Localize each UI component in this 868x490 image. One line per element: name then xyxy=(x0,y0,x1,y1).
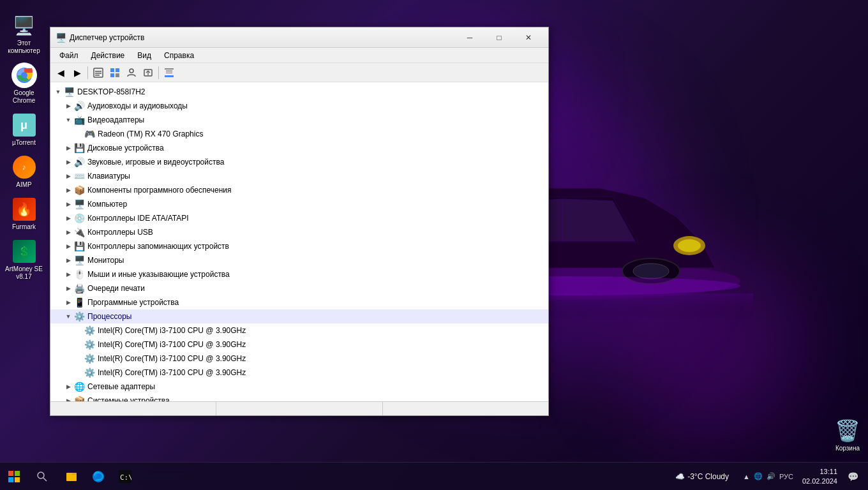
expand-storage[interactable]: ▶ xyxy=(63,241,73,251)
cpu4-label: Intel(R) Core(TM) i3-7100 CPU @ 3.90GHz xyxy=(98,368,246,377)
desktop-icon-aimp[interactable]: ♪ AIMP xyxy=(3,152,46,191)
expand-software[interactable]: ▶ xyxy=(63,185,73,195)
tray-lang[interactable]: РУС xyxy=(779,473,793,480)
tree-item-print[interactable]: ▶ 🖨️ Очереди печати xyxy=(50,281,548,295)
expand-usb[interactable]: ▶ xyxy=(63,227,73,237)
menu-action[interactable]: Действие xyxy=(85,50,131,61)
radeon-icon: 🎮 xyxy=(84,128,95,140)
cpu3-icon: ⚙️ xyxy=(84,353,95,364)
status-panel-3 xyxy=(383,402,548,415)
tree-item-computer[interactable]: ▶ 🖥️ Компьютер xyxy=(50,197,548,211)
tree-item-video[interactable]: ▼ 📺 Видеоадаптеры xyxy=(50,113,548,127)
taskbar-weather[interactable]: ☁️ -3°C Cloudy xyxy=(670,472,734,481)
expand-ide[interactable]: ▶ xyxy=(63,213,73,223)
tree-item-sysdev[interactable]: ▶ 📦 Системные устройства xyxy=(50,394,548,401)
desktop-icons-container: 🖥️ Этоткомпьютер Google Chrome xyxy=(0,0,48,288)
tree-item-monitors[interactable]: ▶ 🖥️ Мониторы xyxy=(50,253,548,267)
tree-item-storage[interactable]: ▶ 💾 Контроллеры запоминающих устройств xyxy=(50,239,548,253)
tray-arrow[interactable]: ▲ xyxy=(743,473,750,480)
minimize-button[interactable]: ─ xyxy=(455,27,484,48)
window-titlebar[interactable]: 🖥️ Диспетчер устройств ─ □ ✕ xyxy=(50,27,548,48)
taskbar-icon-cmd[interactable]: C:\ xyxy=(112,463,138,491)
expand-disk[interactable]: ▶ xyxy=(63,143,73,153)
menu-file[interactable]: Файл xyxy=(53,50,85,61)
desktop-icon-utorrent[interactable]: μ µTorrent xyxy=(3,110,46,149)
svg-rect-21 xyxy=(110,73,114,77)
toolbar-sep-2 xyxy=(158,66,159,79)
network-label: Сетевые адаптеры xyxy=(87,382,155,391)
toolbar-btn-1[interactable] xyxy=(91,65,106,80)
tree-item-software[interactable]: ▶ 📦 Компоненты программного обеспечения xyxy=(50,183,548,197)
tree-item-audio[interactable]: ▶ 🔊 Аудиовходы и аудиовыходы xyxy=(50,99,548,113)
tree-item-processors[interactable]: ▼ ⚙️ Процессоры xyxy=(50,309,548,323)
status-bar xyxy=(50,401,548,415)
taskbar-icon-edge[interactable] xyxy=(86,463,111,491)
expand-audio[interactable]: ▶ xyxy=(63,101,73,111)
start-button[interactable] xyxy=(0,463,28,491)
video-icon: 📺 xyxy=(73,114,85,126)
cpu2-icon: ⚙️ xyxy=(84,339,95,350)
expand-sound[interactable]: ▶ xyxy=(63,157,73,167)
desktop-icon-computer[interactable]: 🖥️ Этоткомпьютер xyxy=(3,10,46,57)
notification-button[interactable]: 💬 xyxy=(842,463,863,491)
tree-item-usb[interactable]: ▶ 🔌 Контроллеры USB xyxy=(50,225,548,239)
svg-text:C:\: C:\ xyxy=(120,473,131,482)
taskbar-right: ☁️ -3°C Cloudy ▲ 🌐 🔊 РУС 13:11 02.02.202… xyxy=(670,463,868,491)
tree-item-mice[interactable]: ▶ 🖱️ Мыши и иные указывающие устройства xyxy=(50,267,548,281)
expand-mice[interactable]: ▶ xyxy=(63,269,73,279)
tree-item-cpu4[interactable]: ⚙️ Intel(R) Core(TM) i3-7100 CPU @ 3.90G… xyxy=(50,366,548,380)
svg-rect-32 xyxy=(8,477,13,482)
tray-volume-icon[interactable]: 🔊 xyxy=(767,472,775,480)
tree-item-sound[interactable]: ▶ 🔊 Звуковые, игровые и видеоустройства xyxy=(50,155,548,169)
swdev-label: Программные устройства xyxy=(87,298,179,307)
tree-item-cpu1[interactable]: ⚙️ Intel(R) Core(TM) i3-7100 CPU @ 3.90G… xyxy=(50,323,548,338)
tree-item-keyboard[interactable]: ▶ ⌨️ Клавиатуры xyxy=(50,169,548,183)
desktop-icon-chrome[interactable]: Google Chrome xyxy=(3,60,46,107)
tree-item-radeon[interactable]: 🎮 Radeon (TM) RX 470 Graphics xyxy=(50,127,548,141)
toolbar-btn-4[interactable] xyxy=(140,65,156,80)
taskbar-clock[interactable]: 13:11 02.02.2024 xyxy=(802,467,837,486)
artmoney-icon: 💲 xyxy=(11,239,37,264)
taskbar-icon-files[interactable] xyxy=(59,463,84,491)
toolbar-btn-5[interactable] xyxy=(161,65,177,80)
menu-view[interactable]: Вид xyxy=(131,50,158,61)
expand-sysdev[interactable]: ▶ xyxy=(63,396,73,401)
close-button[interactable]: ✕ xyxy=(514,27,543,48)
audio-label: Аудиовходы и аудиовыходы xyxy=(87,101,188,110)
root-icon: 🖥️ xyxy=(63,86,75,98)
tree-item-network[interactable]: ▶ 🌐 Сетевые адаптеры xyxy=(50,380,548,394)
menu-help[interactable]: Справка xyxy=(158,50,200,61)
tree-item-disk[interactable]: ▶ 💾 Дисковые устройства xyxy=(50,141,548,155)
expand-print[interactable]: ▶ xyxy=(63,283,73,293)
svg-rect-27 xyxy=(166,70,172,71)
toolbar-btn-2[interactable] xyxy=(107,65,123,80)
tray-network-icon[interactable]: 🌐 xyxy=(754,472,763,480)
desktop-icon-artmoney[interactable]: 💲 ArtMoney SEv8.17 xyxy=(3,236,46,283)
tree-item-ide[interactable]: ▶ 💿 Контроллеры IDE ATA/ATAPI xyxy=(50,211,548,225)
network-icon: 🌐 xyxy=(73,381,85,392)
toolbar-back[interactable]: ◀ xyxy=(53,65,68,80)
tree-item-cpu2[interactable]: ⚙️ Intel(R) Core(TM) i3-7100 CPU @ 3.90G… xyxy=(50,338,548,352)
toolbar-forward[interactable]: ▶ xyxy=(70,65,85,80)
expand-keyboard[interactable]: ▶ xyxy=(63,171,73,181)
tree-item-swdev[interactable]: ▶ 📱 Программные устройства xyxy=(50,295,548,309)
expand-video[interactable]: ▼ xyxy=(63,115,73,125)
mice-label: Мыши и иные указывающие устройства xyxy=(87,270,230,279)
svg-rect-26 xyxy=(165,68,174,70)
tree-item-root[interactable]: ▼ 🖥️ DESKTOP-858I7H2 xyxy=(50,85,548,99)
expand-network[interactable]: ▶ xyxy=(63,382,73,392)
toolbar-btn-3[interactable] xyxy=(124,65,139,80)
tree-item-cpu3[interactable]: ⚙️ Intel(R) Core(TM) i3-7100 CPU @ 3.90G… xyxy=(50,352,548,366)
chrome-icon xyxy=(11,63,37,88)
recycle-bin[interactable]: 🗑️ Корзина xyxy=(835,418,860,452)
maximize-button[interactable]: □ xyxy=(484,27,514,48)
expand-root[interactable]: ▼ xyxy=(53,87,63,97)
utorrent-icon: μ xyxy=(11,112,37,138)
expand-computer[interactable]: ▶ xyxy=(63,199,73,209)
desktop-icon-furmark[interactable]: 🔥 Furmark xyxy=(3,194,46,234)
expand-monitors[interactable]: ▶ xyxy=(63,255,73,265)
expand-swdev[interactable]: ▶ xyxy=(63,297,73,308)
search-button[interactable] xyxy=(28,463,56,491)
menu-bar: Файл Действие Вид Справка xyxy=(50,48,548,63)
expand-processors[interactable]: ▼ xyxy=(63,311,73,322)
